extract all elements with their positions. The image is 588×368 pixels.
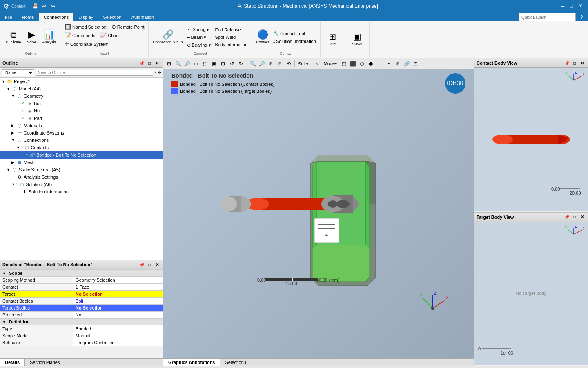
view-btn-6[interactable]: ↻ bbox=[237, 60, 245, 68]
definition-header-row[interactable]: ▼ Definition bbox=[0, 319, 163, 325]
select-type-2[interactable]: ⬛ bbox=[349, 60, 357, 68]
tab-display[interactable]: Display bbox=[74, 13, 98, 21]
contact-tool-button[interactable]: 🔧 Contact Tool bbox=[272, 30, 318, 37]
tab-graphics-annotations[interactable]: Graphics Annotations bbox=[163, 359, 220, 366]
duplicate-button[interactable]: ⧉ Duplicate bbox=[4, 29, 23, 45]
scoping-method-value[interactable]: Geometry Selection bbox=[74, 277, 163, 284]
expand-mesh[interactable]: ▶ bbox=[11, 160, 16, 164]
cursor-btn[interactable]: ↖ bbox=[313, 60, 321, 68]
tab-home[interactable]: Home bbox=[17, 13, 39, 21]
zoom-to-fit-btn[interactable]: ⊞ bbox=[165, 60, 173, 68]
quick-access-save[interactable]: 💾 bbox=[31, 2, 39, 10]
zoom-btn-1[interactable]: 🔍 bbox=[249, 60, 257, 68]
end-release-button[interactable]: End Release bbox=[214, 27, 249, 33]
expand-contacts[interactable]: ▼ bbox=[16, 146, 21, 150]
select-type-6[interactable]: • bbox=[385, 60, 393, 68]
tree-item-project[interactable]: ▼ 📁 Project* bbox=[0, 78, 163, 85]
details-pin-btn[interactable]: 📌 bbox=[138, 261, 145, 268]
select-type-3[interactable]: ⬡ bbox=[358, 60, 366, 68]
commands-button[interactable]: 📝 Commands bbox=[63, 31, 97, 39]
tree-item-connections[interactable]: ▼ ⬡ Connections bbox=[0, 137, 163, 144]
spring-button[interactable]: 〰 Spring ▾ bbox=[185, 26, 213, 33]
zoom-btn-2[interactable]: 🔎 bbox=[258, 60, 266, 68]
tree-item-contacts[interactable]: ▼ ? ⬡ Contacts bbox=[0, 144, 163, 151]
tab-details[interactable]: Details bbox=[0, 359, 25, 366]
outline-float-btn[interactable]: □ bbox=[146, 60, 153, 66]
target-value[interactable]: No Selection bbox=[74, 291, 163, 298]
contact-button[interactable]: 🔵 Contact bbox=[254, 29, 271, 45]
tree-item-bonded[interactable]: ? 🔗 Bonded - Bolt To No Selection bbox=[0, 151, 163, 159]
outline-pin-btn[interactable]: 📌 bbox=[138, 60, 145, 66]
beam-button[interactable]: ━ Beam ▾ bbox=[185, 34, 213, 41]
view-btn-1[interactable]: □ bbox=[192, 60, 200, 68]
tab-automation[interactable]: Automation bbox=[127, 13, 159, 21]
expand-project[interactable]: ▼ bbox=[2, 79, 7, 83]
coordinate-system-button[interactable]: ✛ Coordinate System bbox=[63, 40, 110, 48]
tree-item-mesh[interactable]: ▶ ⬢ Mesh bbox=[0, 159, 163, 166]
behavior-value[interactable]: Program Controlled bbox=[74, 339, 163, 346]
tree-item-part[interactable]: ✓ ◈ Part bbox=[0, 114, 163, 122]
tab-connections[interactable]: Connections bbox=[39, 13, 74, 21]
zoom-btn-3[interactable]: ⊕ bbox=[267, 60, 275, 68]
view-btn-5[interactable]: ↺ bbox=[228, 60, 236, 68]
tb-float-btn[interactable]: □ bbox=[571, 214, 578, 220]
solution-info-button[interactable]: ℹ Solution Information bbox=[272, 38, 318, 45]
zoom-out-btn[interactable]: 🔍 bbox=[174, 60, 182, 68]
expand-model[interactable]: ▼ bbox=[7, 87, 11, 91]
quick-access-redo[interactable]: ↪ bbox=[49, 2, 57, 10]
tree-item-geometry[interactable]: ▼ ⬡ Geometry bbox=[0, 92, 163, 100]
select-type-8[interactable]: 🔗 bbox=[403, 60, 411, 68]
contact-value[interactable]: 1 Face bbox=[74, 284, 163, 291]
cb-pin-btn[interactable]: 📌 bbox=[564, 60, 570, 66]
connection-group-button[interactable]: 🔗 Connection Group bbox=[151, 29, 184, 45]
select-type-9[interactable]: ⊡ bbox=[412, 60, 420, 68]
remote-point-button[interactable]: ⊕ Remote Point bbox=[110, 23, 146, 31]
expand-static[interactable]: ▼ bbox=[7, 168, 11, 172]
select-type-5[interactable]: ○ bbox=[376, 60, 384, 68]
cb-close-btn[interactable]: ✕ bbox=[579, 60, 586, 66]
expand-geometry[interactable]: ▼ bbox=[11, 94, 16, 98]
zoom-in-btn[interactable]: 🔎 bbox=[183, 60, 191, 68]
name-dropdown[interactable]: Name bbox=[2, 69, 34, 76]
select-type-4[interactable]: ⬢ bbox=[367, 60, 375, 68]
tree-item-solution-info[interactable]: ℹ Solution Information bbox=[0, 188, 163, 195]
tab-file[interactable]: File bbox=[0, 13, 17, 21]
analysis-button[interactable]: 📊 Analysis bbox=[41, 29, 58, 45]
ribbon-help-btn[interactable]: ? bbox=[577, 13, 586, 21]
tree-item-coord-systems[interactable]: ▶ ✛ Coordinate Systems bbox=[0, 129, 163, 137]
scope-header-row[interactable]: ▼ Scope bbox=[0, 270, 163, 277]
contact-bodies-value[interactable]: Bolt bbox=[74, 298, 163, 305]
tb-pin-btn[interactable]: 📌 bbox=[564, 214, 570, 220]
chart-button[interactable]: 📈 Chart bbox=[98, 31, 120, 39]
bearing-button[interactable]: ⊙ Bearing ▾ bbox=[185, 42, 213, 49]
details-close-btn[interactable]: ✕ bbox=[154, 261, 160, 268]
select-type-7[interactable]: ⊕ bbox=[394, 60, 402, 68]
view-btn-4[interactable]: ⊡ bbox=[219, 60, 227, 68]
expand-materials[interactable]: ▶ bbox=[11, 123, 16, 128]
named-selection-button[interactable]: 🔲 Named Selection bbox=[63, 23, 108, 31]
minimize-button[interactable]: ─ bbox=[559, 2, 567, 10]
zoom-btn-5[interactable]: ⟲ bbox=[285, 60, 293, 68]
type-value[interactable]: Bonded bbox=[74, 325, 163, 332]
scope-mode-value[interactable]: Manual bbox=[74, 332, 163, 339]
joint-button[interactable]: ⊞ Joint bbox=[324, 31, 341, 47]
tree-item-materials[interactable]: ▶ ⬡ Materials bbox=[0, 122, 163, 129]
expand-connections[interactable]: ▼ bbox=[11, 138, 16, 142]
tab-selection[interactable]: Selection bbox=[98, 13, 126, 21]
expand-solution[interactable]: ▼ bbox=[11, 182, 16, 186]
expand-coord[interactable]: ▶ bbox=[11, 131, 16, 135]
target-bodies-value[interactable]: No Selection bbox=[74, 305, 163, 312]
tab-selection-info[interactable]: Selection I... bbox=[220, 359, 256, 366]
cb-float-btn[interactable]: □ bbox=[571, 60, 578, 66]
outline-close-btn[interactable]: ✕ bbox=[154, 60, 160, 66]
quick-launch-input[interactable] bbox=[519, 13, 576, 21]
close-button[interactable]: ✕ bbox=[577, 2, 585, 10]
select-type-1[interactable]: ⬚ bbox=[340, 60, 348, 68]
view-btn-2[interactable]: ⬚ bbox=[201, 60, 209, 68]
search-outline-input[interactable] bbox=[36, 70, 153, 76]
tab-section-planes[interactable]: Section Planes bbox=[25, 359, 65, 366]
tree-item-static-structural[interactable]: ▼ ⬡ Static Structural (A5) bbox=[0, 166, 163, 173]
zoom-btn-4[interactable]: ⊖ bbox=[276, 60, 284, 68]
tree-item-solution[interactable]: ▼ ? ⬡ Solution (A6) bbox=[0, 181, 163, 188]
tree-item-model[interactable]: ▼ ⬡ Model (A4) bbox=[0, 85, 163, 92]
